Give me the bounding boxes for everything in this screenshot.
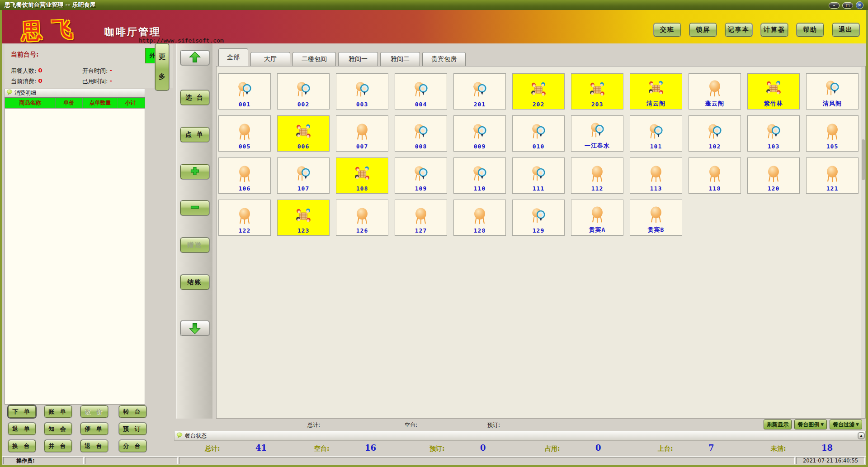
table-legend-dropdown[interactable]: 餐台图例▼ (794, 419, 827, 429)
table-cell-25[interactable]: 109 (395, 157, 447, 194)
table-cell-27[interactable]: 111 (512, 157, 565, 194)
tab-all[interactable]: 全部 (218, 48, 248, 66)
table-cell-12[interactable]: 006 (277, 115, 330, 152)
table-cell-32[interactable]: 121 (806, 157, 859, 194)
help-button[interactable]: 帮助 (797, 23, 824, 37)
subtract-button[interactable] (180, 200, 209, 215)
close-table-button[interactable]: 退 台 (80, 440, 108, 452)
bill-button[interactable]: 账 单 (44, 405, 72, 418)
table-cell-label: 006 (297, 143, 309, 150)
table-cell-3[interactable]: 004 (395, 73, 447, 110)
change-price-button[interactable]: 改 价 (80, 405, 108, 418)
table-cell-14[interactable]: 008 (395, 115, 447, 152)
table-cell-31[interactable]: 120 (747, 157, 800, 194)
mini-scroll-up-button[interactable]: ▲ (858, 433, 864, 439)
notepad-button[interactable]: 记事本 (725, 23, 752, 37)
table-cell-26[interactable]: 110 (453, 157, 506, 194)
table-filter-dropdown[interactable]: 餐台过滤▼ (830, 419, 862, 429)
table-cell-label: 126 (356, 227, 368, 234)
refresh-display-button[interactable]: 刷新显示 (764, 419, 792, 429)
table-cell-20[interactable]: 103 (747, 115, 800, 152)
col-order-qty: 点单数量 (83, 98, 118, 108)
more-button[interactable]: 更多 (155, 43, 169, 91)
table-cell-30[interactable]: 118 (689, 157, 741, 194)
table-cell-label: 003 (356, 101, 368, 108)
tab-second-floor-rooms[interactable]: 二楼包间 (292, 52, 336, 66)
lock-screen-button[interactable]: 锁屏 (689, 23, 717, 37)
tab-hall[interactable]: 大厅 (250, 52, 290, 66)
table-cell-11[interactable]: 005 (218, 115, 271, 152)
reserve-button[interactable]: 预 订 (119, 423, 146, 435)
table-cell-19[interactable]: 102 (689, 115, 741, 152)
table-cell-21[interactable]: 105 (806, 115, 859, 152)
table-cell-6[interactable]: 203 (571, 73, 623, 110)
scroll-down-button[interactable] (180, 321, 209, 336)
merge-table-button[interactable]: 并 台 (44, 440, 72, 452)
maximize-button[interactable]: □ (842, 2, 853, 9)
table-cell-28[interactable]: 112 (571, 157, 623, 194)
table-cell-36[interactable]: 127 (395, 200, 447, 236)
scrollbar-thumb[interactable] (862, 139, 865, 180)
table-cell-40[interactable]: 贵宾B (630, 200, 682, 236)
cancel-order-button[interactable]: 退 单 (8, 423, 36, 435)
split-table-button[interactable]: 分 台 (119, 440, 146, 452)
table-cell-5[interactable]: 202 (512, 73, 565, 110)
window-titlebar: 思飞餐饮前台营业管理 -- 乐吧食屋 – □ ✕ (0, 0, 868, 10)
table-cell-34[interactable]: 123 (277, 200, 330, 236)
table-cell-15[interactable]: 009 (453, 115, 506, 152)
order-dish-button[interactable]: 点 单 (180, 127, 209, 142)
switch-table-button[interactable]: 换 台 (8, 440, 36, 452)
col-subtotal: 小计 (118, 98, 143, 108)
tab-vip-rooms[interactable]: 贵宾包房 (422, 52, 466, 66)
table-cell-1[interactable]: 002 (277, 73, 330, 110)
exit-button[interactable]: 退出 (832, 23, 859, 37)
table-map-area: 全部大厅二楼包间雅间一雅间二贵宾包房 001002003004201202203… (216, 43, 866, 419)
table-cell-29[interactable]: 113 (630, 157, 682, 194)
table-cell-39[interactable]: 贵宾A (571, 200, 623, 236)
urge-order-button[interactable]: 催 单 (80, 423, 108, 435)
notify-button[interactable]: 知 会 (44, 423, 72, 435)
table-cell-7[interactable]: 清云阁 (630, 73, 682, 110)
transfer-table-button[interactable]: 转 台 (119, 405, 146, 418)
table-cell-38[interactable]: 129 (512, 200, 565, 236)
table-cell-13[interactable]: 007 (336, 115, 388, 152)
table-cell-18[interactable]: 101 (630, 115, 682, 152)
table-cell-22[interactable]: 106 (218, 157, 271, 194)
table-cell-37[interactable]: 128 (453, 200, 506, 236)
table-icon-uncleared (353, 79, 372, 101)
table-cell-16[interactable]: 010 (512, 115, 565, 152)
table-icon-free (235, 205, 254, 227)
checkout-button[interactable]: 结账 (180, 275, 209, 290)
table-cell-33[interactable]: 122 (218, 200, 271, 236)
scroll-up-button[interactable] (180, 50, 209, 65)
table-cell-2[interactable]: 003 (336, 73, 388, 110)
table-icon-free (353, 121, 372, 143)
tab-room-one[interactable]: 雅间一 (338, 52, 378, 66)
diners-value: 0 (38, 67, 42, 75)
minimize-button[interactable]: – (829, 2, 840, 9)
tab-room-two[interactable]: 雅间二 (380, 52, 420, 66)
table-cell-4[interactable]: 201 (453, 73, 506, 110)
diners-label: 用餐人数: (11, 67, 36, 75)
table-cell-24[interactable]: 108 (336, 157, 388, 194)
table-icon-free (470, 205, 489, 227)
table-cell-35[interactable]: 126 (336, 200, 388, 236)
table-cell-8[interactable]: 蓬云阁 (689, 73, 741, 110)
table-cell-10[interactable]: 清风阁 (806, 73, 859, 110)
table-cell-17[interactable]: 一江春水 (571, 115, 623, 152)
calculator-button[interactable]: 计算器 (761, 23, 788, 37)
table-cell-0[interactable]: 001 (218, 73, 271, 110)
gift-button[interactable]: 赠送 (180, 238, 209, 253)
current-spend-label: 当前消费: (11, 77, 36, 86)
place-order-button[interactable]: 下 单 (8, 405, 36, 418)
add-button[interactable] (180, 164, 209, 179)
table-grid-scrollbar[interactable] (861, 67, 865, 418)
table-icon-uncleared (705, 121, 724, 143)
table-cell-9[interactable]: 紫竹林 (747, 73, 800, 110)
order-list-area[interactable] (5, 108, 145, 405)
area-tabs: 全部大厅二楼包间雅间一雅间二贵宾包房 (218, 49, 466, 66)
select-table-button[interactable]: 选 台 (180, 90, 209, 105)
close-button[interactable]: ✕ (856, 1, 863, 9)
shift-change-button[interactable]: 交班 (654, 23, 681, 37)
table-cell-23[interactable]: 107 (277, 157, 330, 194)
